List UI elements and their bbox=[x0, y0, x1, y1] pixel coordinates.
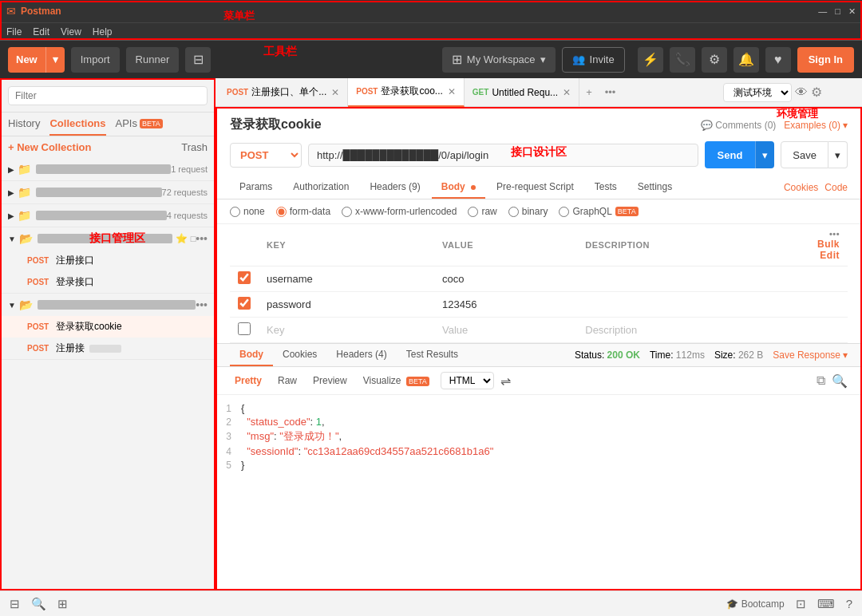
cookies-link[interactable]: Cookies bbox=[784, 182, 818, 193]
sync-icon-btn[interactable]: ⚡ bbox=[638, 47, 663, 73]
menu-edit[interactable]: Edit bbox=[33, 26, 49, 38]
comments-button[interactable]: 💬 Comments (0) bbox=[701, 120, 776, 131]
bootcamp-link[interactable]: 🎓 Bootcamp bbox=[726, 598, 785, 610]
menu-help[interactable]: Help bbox=[93, 26, 113, 38]
url-input[interactable] bbox=[308, 144, 698, 167]
request-item-register[interactable]: POST 注册接口 bbox=[2, 250, 214, 271]
tab-history[interactable]: History bbox=[8, 117, 40, 136]
body-radio-graphql[interactable]: GraphQL BETA bbox=[559, 206, 638, 217]
send-button[interactable]: Send bbox=[705, 141, 756, 168]
layout-icon[interactable]: ⊟ bbox=[10, 597, 20, 611]
format-select[interactable]: HTML JSON Text bbox=[441, 372, 494, 389]
tab-close-3[interactable]: ✕ bbox=[563, 87, 571, 98]
view-pretty-btn[interactable]: Pretty bbox=[230, 373, 267, 388]
env-dropdown[interactable]: 测试环境 bbox=[723, 83, 792, 102]
body-radio-formdata[interactable]: form-data bbox=[276, 206, 330, 217]
wrap-icon[interactable]: ⇌ bbox=[500, 373, 511, 389]
body-radio-none[interactable]: none bbox=[230, 206, 265, 217]
layout-split-icon[interactable]: ⊡ bbox=[796, 597, 806, 611]
more-dots[interactable]: ••• bbox=[829, 229, 840, 239]
row-check-2[interactable] bbox=[238, 297, 251, 310]
new-button[interactable]: New ▾ bbox=[8, 47, 65, 73]
body-radio-raw[interactable]: raw bbox=[468, 206, 496, 217]
console-icon[interactable]: ⊞ bbox=[57, 597, 68, 611]
row-check-3[interactable] bbox=[238, 322, 251, 335]
tab-collections[interactable]: Collections bbox=[49, 117, 105, 136]
tab-close-2[interactable]: ✕ bbox=[448, 86, 456, 97]
examples-button[interactable]: Examples (0) ▾ bbox=[784, 120, 848, 131]
tab-untitled[interactable]: GET Untitled Requ... ✕ bbox=[465, 78, 579, 107]
search-input[interactable] bbox=[8, 86, 208, 105]
save-response-btn[interactable]: Save Response ▾ bbox=[773, 349, 848, 361]
env-eye-btn[interactable]: 👁 bbox=[795, 85, 808, 100]
workspace-button[interactable]: ⊞ My Workspace ▾ bbox=[442, 47, 556, 73]
more-icon-5[interactable]: ••• bbox=[196, 298, 208, 311]
send-dropdown-btn[interactable]: ▾ bbox=[755, 141, 774, 168]
save-button[interactable]: Save bbox=[781, 141, 828, 168]
tab-more-btn[interactable]: ••• bbox=[599, 86, 623, 98]
body-radio-binary[interactable]: binary bbox=[508, 206, 548, 217]
tab-close-1[interactable]: ✕ bbox=[331, 87, 339, 98]
method-select[interactable]: POST bbox=[230, 143, 302, 168]
runner-button[interactable]: Runner bbox=[126, 47, 180, 73]
collection-group-header-3[interactable]: ▶ 📁 4 requests bbox=[2, 204, 214, 227]
view-preview-btn[interactable]: Preview bbox=[308, 373, 352, 388]
request-item-login-cookie[interactable]: POST 登录获取cookie bbox=[2, 316, 214, 338]
row-check-1[interactable] bbox=[238, 271, 251, 284]
keyboard-icon[interactable]: ⌨ bbox=[817, 597, 835, 611]
invite-button[interactable]: 👥 Invite bbox=[562, 47, 625, 73]
bell-icon-btn[interactable]: 🔔 bbox=[733, 47, 759, 73]
tab-login-cookie[interactable]: POST 登录获取coo... ✕ bbox=[348, 78, 465, 107]
tab-apis[interactable]: APIs BETA bbox=[116, 117, 163, 136]
phone-icon-btn[interactable]: 📞 bbox=[670, 47, 695, 73]
coll-name-3 bbox=[36, 211, 167, 220]
collection-group-header-1[interactable]: ▶ 📁 1 request bbox=[2, 158, 214, 180]
resp-tab-headers[interactable]: Headers (4) bbox=[326, 344, 396, 366]
collection-group-header-4[interactable]: ▼ 📂 ⭐ □ ••• bbox=[2, 227, 214, 250]
req-tab-authorization[interactable]: Authorization bbox=[283, 176, 358, 199]
resp-tab-test-results[interactable]: Test Results bbox=[397, 344, 468, 366]
settings-icon-btn[interactable]: ⚙ bbox=[702, 47, 727, 73]
req-tab-body[interactable]: Body bbox=[432, 176, 485, 199]
search-icon-btn[interactable]: 🔍 bbox=[832, 373, 848, 389]
toolbar-icon-button[interactable]: ⊟ bbox=[185, 47, 211, 73]
new-collection-button[interactable]: + New Collection bbox=[8, 141, 91, 153]
new-dropdown-arrow[interactable]: ▾ bbox=[45, 47, 65, 73]
collection-group-header-5[interactable]: ▼ 📂 ••• bbox=[2, 294, 214, 316]
close-btn[interactable]: ✕ bbox=[848, 6, 856, 17]
heart-icon-btn[interactable]: ♥ bbox=[765, 47, 791, 73]
req-tab-settings[interactable]: Settings bbox=[628, 176, 682, 199]
resp-tab-body[interactable]: Body bbox=[230, 344, 273, 366]
save-dropdown-btn[interactable]: ▾ bbox=[828, 141, 848, 168]
tab-add-btn[interactable]: + bbox=[579, 86, 599, 98]
menu-file[interactable]: File bbox=[6, 26, 22, 38]
copy-icon-btn[interactable]: ⧉ bbox=[817, 373, 825, 388]
req-tab-headers[interactable]: Headers (9) bbox=[360, 176, 429, 199]
import-button[interactable]: Import bbox=[71, 47, 120, 73]
request-item-login[interactable]: POST 登录接口 bbox=[2, 271, 214, 293]
search-icon[interactable]: 🔍 bbox=[31, 597, 46, 611]
view-raw-btn[interactable]: Raw bbox=[273, 373, 302, 388]
trash-button[interactable]: Trash bbox=[181, 141, 208, 153]
view-visualize-btn[interactable]: Visualize BETA bbox=[358, 373, 434, 388]
env-settings-btn[interactable]: ⚙ bbox=[811, 85, 822, 100]
resp-tab-cookies[interactable]: Cookies bbox=[273, 344, 326, 366]
req-tab-prerequest[interactable]: Pre-request Script bbox=[487, 176, 583, 199]
collection-group-header-2[interactable]: ▶ 📁 72 requests bbox=[2, 181, 214, 203]
sign-in-button[interactable]: Sign In bbox=[797, 47, 854, 73]
menu-view[interactable]: View bbox=[61, 26, 81, 38]
window-controls[interactable]: — □ ✕ bbox=[818, 6, 856, 17]
req-tab-params[interactable]: Params bbox=[230, 176, 282, 199]
code-link[interactable]: Code bbox=[824, 182, 848, 193]
help-icon[interactable]: ? bbox=[846, 597, 852, 610]
more-icon-4[interactable]: ••• bbox=[196, 232, 208, 245]
collection-group-4: ▼ 📂 ⭐ □ ••• POST 注册接口 POST 登录接口 bbox=[2, 227, 214, 294]
body-radio-urlencoded[interactable]: x-www-form-urlencoded bbox=[342, 206, 457, 217]
coll-name-4 bbox=[38, 234, 172, 243]
request-item-register2[interactable]: POST 注册接 bbox=[2, 338, 214, 359]
req-tab-tests[interactable]: Tests bbox=[585, 176, 627, 199]
maximize-btn[interactable]: □ bbox=[835, 6, 840, 17]
minimize-btn[interactable]: — bbox=[818, 6, 827, 17]
bulk-edit-btn[interactable]: Bulk Edit bbox=[817, 239, 840, 261]
tab-register[interactable]: POST 注册接口、单个... ✕ bbox=[219, 78, 348, 107]
